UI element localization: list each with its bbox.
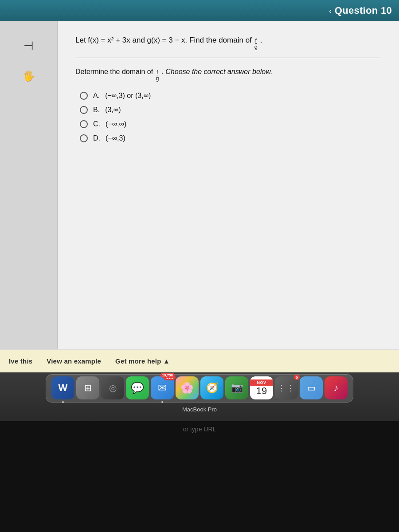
music-icon: ♪ [334, 382, 339, 394]
problem-period: . [260, 35, 262, 46]
answer-choices: A. (−∞,3) or (3,∞) B. (3,∞) C. (−∞,∞) D.… [80, 92, 381, 142]
mail-icon: ✉ [158, 382, 167, 394]
back-arrow-icon[interactable]: ⊣ [23, 39, 34, 53]
choice-b-label: B. [93, 106, 100, 114]
bottom-bar: or type URL [0, 421, 399, 532]
choice-d-label: D. [93, 134, 100, 142]
divider [75, 58, 381, 58]
dock-app-control[interactable]: ⋮⋮ 5 [275, 376, 298, 399]
dock-app-facetime[interactable]: 📷 [225, 376, 248, 399]
calendar-month: NOV [250, 379, 273, 386]
subq-fraction-num: f [156, 69, 158, 75]
photos-icon: 🌸 [180, 382, 194, 394]
control-icon: ⋮⋮ [278, 383, 295, 393]
get-help-button[interactable]: Get more help ▲ [108, 354, 177, 368]
radio-b[interactable] [80, 106, 88, 114]
choice-a-label: A. [93, 92, 100, 100]
problem-text: Let f(x) = x² + 3x and g(x) = 3 − x. Fin… [75, 35, 252, 46]
dock-app-arc[interactable]: ◎ [101, 376, 124, 399]
main-content-area: ⊣ 🖐 Let f(x) = x² + 3x and g(x) = 3 − x.… [0, 21, 399, 349]
radio-c[interactable] [80, 120, 88, 128]
word-dot [62, 401, 64, 403]
choice-c-value: (−∞,∞) [106, 120, 126, 128]
radio-d[interactable] [80, 134, 88, 142]
solve-button[interactable]: Ive this [9, 354, 39, 368]
macos-dock: W ⊞ ◎ 💬 ✉ 111 19,758 🌸 � [46, 374, 353, 403]
dock-app-launchpad[interactable]: ⊞ [76, 376, 99, 399]
dock-app-mail[interactable]: ✉ 111 19,758 [151, 376, 174, 399]
launchpad-icon: ⊞ [84, 383, 92, 393]
safari-icon: 🧭 [206, 382, 218, 394]
dock-app-safari[interactable]: 🧭 [200, 376, 223, 399]
top-header-bar: ‹ Question 10 [0, 0, 399, 21]
action-bar: Ive this View an example Get more help ▲ [0, 349, 399, 372]
radio-a[interactable] [80, 92, 88, 100]
subq-text-after: . Choose the correct answer below. [161, 68, 272, 76]
dock-app-music[interactable]: ♪ [325, 376, 348, 399]
arc-icon: ◎ [109, 383, 117, 393]
choice-c-label: C. [93, 120, 100, 128]
word-icon: W [59, 382, 68, 394]
chevron-left-icon[interactable]: ‹ [329, 6, 332, 16]
choice-c[interactable]: C. (−∞,∞) [80, 120, 381, 128]
finder-icon: ▭ [307, 383, 316, 393]
messages-icon: 💬 [131, 382, 144, 394]
left-sidebar: ⊣ 🖐 [0, 21, 58, 349]
control-badge: 5 [294, 375, 300, 380]
dock-app-calendar[interactable]: NOV 19 [250, 376, 273, 399]
problem-statement: Let f(x) = x² + 3x and g(x) = 3 − x. Fin… [75, 35, 381, 50]
problem-fraction: f g [254, 38, 258, 50]
choice-d[interactable]: D. (−∞,3) [80, 134, 381, 142]
choice-b-value: (3,∞) [105, 106, 121, 114]
choice-a-value: (−∞,3) or (3,∞) [105, 92, 151, 100]
mail-badge-count: 19,758 [160, 373, 175, 378]
facetime-icon: 📷 [231, 382, 243, 394]
fraction-denominator: g [254, 44, 258, 50]
content-panel: Let f(x) = x² + 3x and g(x) = 3 − x. Fin… [58, 21, 399, 349]
view-example-button[interactable]: View an example [39, 354, 108, 368]
dock-app-word[interactable]: W [51, 376, 74, 399]
sub-question: Determine the domain of f g . Choose the… [75, 68, 381, 81]
bottom-hint: or type URL [183, 426, 216, 433]
calendar-icon: NOV 19 [250, 376, 273, 399]
question-label: Question 10 [335, 5, 392, 16]
fraction-numerator: f [255, 38, 257, 44]
calendar-day: 19 [256, 386, 267, 396]
dock-app-messages[interactable]: 💬 [126, 376, 149, 399]
subq-text-before: Determine the domain of [75, 68, 153, 76]
choice-b[interactable]: B. (3,∞) [80, 106, 381, 114]
macbook-label: MacBook Pro [182, 406, 217, 413]
choice-d-value: (−∞,3) [106, 134, 125, 142]
choice-a[interactable]: A. (−∞,3) or (3,∞) [80, 92, 381, 100]
mail-dot [161, 401, 163, 403]
subq-fraction-den: g [156, 75, 159, 81]
cursor-icon: 🖐 [23, 70, 35, 82]
dock-app-finder[interactable]: ▭ [300, 376, 323, 399]
dock-area: W ⊞ ◎ 💬 ✉ 111 19,758 🌸 � [0, 372, 399, 421]
dock-app-photos[interactable]: 🌸 [176, 376, 199, 399]
subq-fraction: f g [156, 69, 159, 81]
